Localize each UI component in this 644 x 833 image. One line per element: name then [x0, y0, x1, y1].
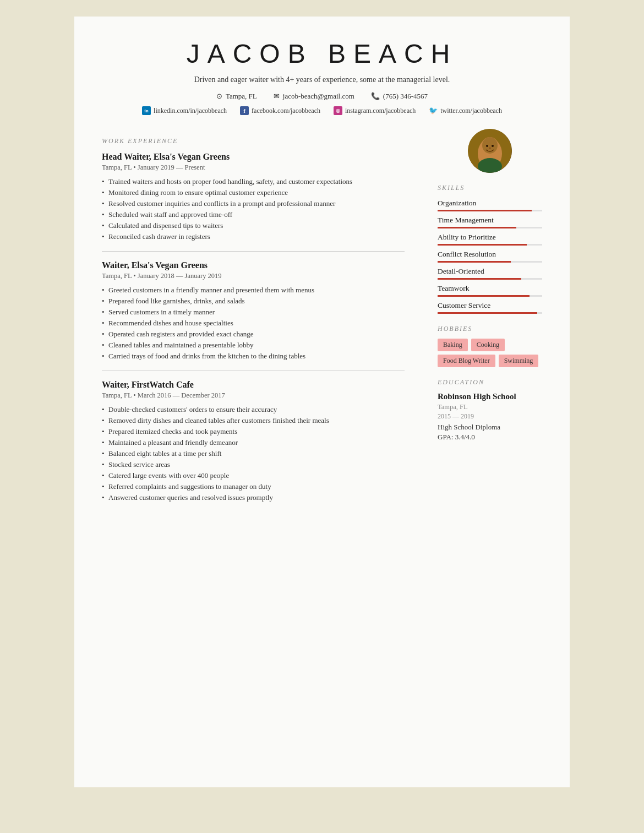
location-text: Tampa, FL [226, 92, 257, 101]
skill-bar-bg [438, 227, 542, 228]
list-item: Carried trays of food and drinks from th… [102, 352, 405, 361]
skill-item: Organization [438, 199, 542, 211]
candidate-tagline: Driven and eager waiter with 4+ years of… [102, 75, 542, 84]
social-row: in linkedin.com/in/jacobbeach f facebook… [102, 106, 542, 115]
skill-name: Ability to Prioritize [438, 233, 542, 242]
location-icon: ⊙ [216, 92, 222, 101]
skill-bar-fill [438, 227, 516, 228]
list-item: Recommended dishes and house specialties [102, 319, 405, 328]
list-item: Referred complaints and suggestions to m… [102, 482, 405, 491]
skill-bar-bg [438, 278, 542, 280]
list-item: Reconciled cash drawer in registers [102, 232, 405, 241]
email-icon: ✉ [274, 92, 280, 101]
job-entry: Head Waiter, Elsa's Vegan Greens Tampa, … [102, 152, 405, 241]
work-experience-title: WORK EXPERIENCE [102, 137, 405, 145]
skill-bar-bg [438, 295, 542, 297]
skill-item: Ability to Prioritize [438, 233, 542, 246]
job-divider [102, 251, 405, 252]
facebook-icon: f [240, 106, 249, 115]
edu-degree: High School Diploma [438, 423, 542, 432]
facebook-url: facebook.com/jacobbeach [252, 107, 320, 115]
linkedin-url: linkedin.com/in/jacobbeach [154, 107, 227, 115]
twitter-url: twitter.com/jacobbeach [440, 107, 502, 115]
skill-bar-fill [438, 278, 521, 280]
job-divider [102, 371, 405, 371]
left-column: WORK EXPERIENCE Head Waiter, Elsa's Vega… [102, 126, 427, 512]
phone-icon: 📞 [371, 92, 380, 101]
skill-item: Time Management [438, 216, 542, 228]
instagram-icon: ◎ [334, 106, 342, 115]
skill-item: Teamwork [438, 284, 542, 297]
job-entry: Waiter, FirstWatch Cafe Tampa, FL • Marc… [102, 380, 405, 502]
avatar [468, 129, 512, 173]
contact-email: ✉ jacob-beach@gmail.com [274, 92, 354, 101]
list-item: Operated cash registers and provided exa… [102, 330, 405, 339]
skill-name: Time Management [438, 216, 542, 225]
list-item: Stocked service areas [102, 460, 405, 469]
list-item: Removed dirty dishes and cleaned tables … [102, 416, 405, 425]
hobby-tag: Baking [438, 339, 468, 351]
skill-bar-fill [438, 261, 511, 263]
hobbies-container: BakingCookingFood Blog WriterSwimming [438, 339, 542, 367]
education-section-title: EDUCATION [438, 378, 542, 386]
svg-point-6 [489, 148, 491, 149]
skill-item: Conflict Resolution [438, 250, 542, 263]
skill-bar-bg [438, 312, 542, 314]
jobs-container: Head Waiter, Elsa's Vegan Greens Tampa, … [102, 152, 405, 502]
job-title: Waiter, Elsa's Vegan Greens [102, 260, 405, 270]
edu-years: 2015 — 2019 [438, 412, 542, 421]
job-entry: Waiter, Elsa's Vegan Greens Tampa, FL • … [102, 260, 405, 361]
hobbies-section-title: HOBBIES [438, 325, 542, 333]
list-item: Trained waiters and hosts on proper food… [102, 177, 405, 186]
instagram-url: instagram.com/jacobbeach [345, 107, 416, 115]
list-item: Scheduled wait staff and approved time-o… [102, 210, 405, 219]
list-item: Greeted customers in a friendly manner a… [102, 286, 405, 295]
avatar-container [438, 129, 542, 173]
edu-school: Robinson High School [438, 392, 542, 401]
job-bullets: Double-checked customers' orders to ensu… [102, 405, 405, 502]
skills-container: Organization Time Management Ability to … [438, 199, 542, 314]
list-item: Double-checked customers' orders to ensu… [102, 405, 405, 414]
job-bullets: Trained waiters and hosts on proper food… [102, 177, 405, 241]
hobby-tag: Swimming [499, 355, 539, 367]
skill-name: Conflict Resolution [438, 250, 542, 259]
social-linkedin: in linkedin.com/in/jacobbeach [142, 106, 227, 115]
skill-bar-fill [438, 244, 527, 246]
skills-section-title: SKILLS [438, 184, 542, 192]
skill-bar-fill [438, 312, 537, 314]
social-instagram: ◎ instagram.com/jacobbeach [334, 106, 416, 115]
skill-name: Teamwork [438, 284, 542, 293]
social-facebook: f facebook.com/jacobbeach [240, 106, 320, 115]
job-title: Head Waiter, Elsa's Vegan Greens [102, 152, 405, 162]
skill-bar-fill [438, 295, 530, 297]
candidate-name: JACOB BEACH [102, 39, 542, 69]
list-item: Calculated and dispensed tips to waiters [102, 221, 405, 230]
contact-location: ⊙ Tampa, FL [216, 92, 257, 101]
svg-point-5 [492, 145, 494, 147]
social-twitter: 🐦 twitter.com/jacobbeach [429, 106, 502, 115]
list-item: Balanced eight tables at a time per shif… [102, 449, 405, 458]
list-item: Monitored dining room to ensure optimal … [102, 188, 405, 197]
edu-gpa: GPA: 3.4/4.0 [438, 433, 542, 442]
list-item: Catered large events with over 400 peopl… [102, 471, 405, 480]
contact-phone: 📞 (765) 346-4567 [371, 92, 428, 101]
job-title: Waiter, FirstWatch Cafe [102, 380, 405, 390]
skill-bar-fill [438, 210, 532, 211]
linkedin-icon: in [142, 106, 151, 115]
skill-name: Organization [438, 199, 542, 208]
phone-text: (765) 346-4567 [383, 92, 428, 101]
resume-header: JACOB BEACH Driven and eager waiter with… [102, 39, 542, 115]
skill-item: Customer Service [438, 301, 542, 314]
skill-bar-bg [438, 210, 542, 211]
skill-name: Customer Service [438, 301, 542, 310]
list-item: Prepared itemized checks and took paymen… [102, 427, 405, 436]
job-meta: Tampa, FL • March 2016 — December 2017 [102, 391, 405, 400]
main-layout: WORK EXPERIENCE Head Waiter, Elsa's Vega… [102, 126, 542, 512]
hobby-tag: Food Blog Writer [438, 355, 495, 367]
email-text: jacob-beach@gmail.com [283, 92, 354, 101]
svg-point-4 [486, 145, 488, 147]
contact-row: ⊙ Tampa, FL ✉ jacob-beach@gmail.com 📞 (7… [102, 92, 542, 101]
list-item: Served customers in a timely manner [102, 308, 405, 317]
skill-bar-bg [438, 261, 542, 263]
list-item: Answered customer queries and resolved i… [102, 493, 405, 502]
